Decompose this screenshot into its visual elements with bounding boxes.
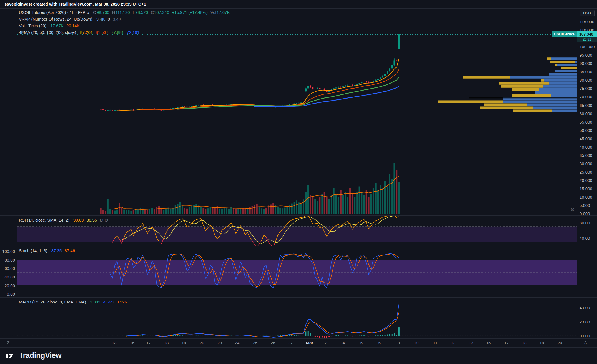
- time-label: 8: [398, 340, 400, 345]
- vrvp-delta-value: 0: [108, 17, 110, 21]
- stoch-scale-label: 0.00: [7, 292, 15, 296]
- volume-legend-row[interactable]: Vol · Ticks (20) 17.67K 20.14K: [19, 22, 231, 29]
- price-label: 40.000: [580, 144, 592, 149]
- volume-value: 17.67K: [50, 23, 64, 28]
- time-label: 18: [522, 340, 527, 345]
- time-label: 16: [130, 340, 135, 345]
- stoch-legend: Stoch (14, 1, 3) 87.35 87.46: [19, 247, 77, 254]
- axis-letter-right: A: [584, 340, 587, 345]
- time-label: 24: [235, 340, 240, 345]
- low-value: 98.520: [135, 10, 148, 15]
- tradingview-logo[interactable]: TradingView: [5, 351, 61, 360]
- symbol-legend-row[interactable]: USOIL futures (Apr 2026) · 1h · FxPro O9…: [19, 9, 231, 16]
- separator-stoch-macd[interactable]: [0, 297, 597, 298]
- time-label: 19: [540, 340, 544, 345]
- open-label: O: [93, 10, 96, 15]
- separator-rsi-stoch[interactable]: [0, 246, 597, 246]
- price-label: 15.000: [580, 186, 592, 191]
- macd-legend-row[interactable]: MACD (12, 26, close, 9, EMA, EMA) 1.303 …: [19, 299, 129, 305]
- price-label: 10.000: [580, 195, 592, 199]
- macd-title: MACD (12, 26, close, 9, EMA, EMA): [19, 300, 86, 304]
- price-scale[interactable]: 115.000110.000105.000100.00095.00090.000…: [577, 0, 597, 364]
- stoch-k-value: 87.35: [51, 248, 62, 253]
- tradingview-chart-page: savepiginvest created with TradingView.c…: [0, 0, 597, 364]
- axis-letter-left: Z: [7, 340, 10, 345]
- rsi-legend-row[interactable]: RSI (14, close, SMA, 14, 2) 90.69 80.55 …: [19, 217, 110, 224]
- macd-signal-value: 3.226: [116, 300, 127, 304]
- price-label: 100.000: [580, 44, 595, 49]
- vrvp-up-value: 3.4K: [96, 17, 105, 21]
- stoch-d-value: 87.46: [64, 248, 75, 253]
- stoch-title: Stoch (14, 1, 3): [19, 248, 47, 253]
- rsi-title: RSI (14, close, SMA, 14, 2): [19, 218, 69, 222]
- vol-value: 17.67K: [217, 10, 230, 15]
- time-label: 26: [271, 340, 275, 345]
- stoch-scale-label: 20.00: [4, 283, 15, 288]
- macd-hist-value: 1.303: [90, 300, 101, 304]
- price-label: 95.000: [580, 53, 592, 57]
- price-label: 45.000: [580, 136, 592, 141]
- price-label: 65.000: [580, 103, 592, 107]
- price-label: 50.000: [580, 128, 592, 132]
- time-label: 3: [325, 340, 327, 345]
- stoch-left-scale[interactable]: 100.0080.0060.0040.0020.000.00: [0, 0, 17, 364]
- ema-title: 4EMA (20, 50, 100, 200, close): [19, 30, 76, 35]
- time-label: 20: [558, 340, 562, 345]
- time-label: 10: [414, 340, 419, 345]
- price-label: 35.000: [580, 153, 592, 157]
- time-label: 23: [217, 340, 222, 345]
- price-label: 30.000: [580, 161, 592, 166]
- price-label: 20.000: [580, 178, 592, 182]
- time-label: 27: [288, 340, 293, 345]
- time-label: 5: [360, 340, 363, 345]
- ema-legend-row[interactable]: 4EMA (20, 50, 100, 200, close) 87.201 81…: [19, 29, 231, 36]
- price-label: 55.000: [580, 119, 592, 124]
- low-label: L: [133, 10, 135, 15]
- rsi-legend: RSI (14, close, SMA, 14, 2) 90.69 80.55 …: [19, 217, 110, 224]
- time-label: 4: [343, 340, 345, 345]
- open-value: 98.700: [97, 10, 109, 15]
- time-label: 20: [200, 340, 204, 345]
- price-label: 5.000: [580, 203, 590, 208]
- stoch-scale-label: 80.00: [4, 257, 15, 262]
- macd-scale-label: 4.000: [580, 305, 590, 310]
- price-label: 60.000: [580, 111, 592, 116]
- tradingview-logo-icon: [5, 352, 16, 360]
- macd-line-value: 4.529: [103, 300, 114, 304]
- time-label: 6: [378, 340, 381, 345]
- time-label: 15: [486, 340, 491, 345]
- price-label: 85.000: [580, 69, 592, 74]
- vrvp-legend-row[interactable]: VRVP (Number Of Rows, 24, Up/Down) 3.4K …: [19, 16, 231, 22]
- credit-text: savepiginvest created with TradingView.c…: [4, 2, 146, 6]
- separator-main-rsi[interactable]: [0, 215, 597, 216]
- top-credit-bar: savepiginvest created with TradingView.c…: [0, 0, 597, 8]
- stoch-legend-row[interactable]: Stoch (14, 1, 3) 87.35 87.46: [19, 247, 77, 254]
- price-label: 25.000: [580, 169, 592, 174]
- time-label: 18: [164, 340, 169, 345]
- macd-scale-label: 2.000: [580, 319, 590, 324]
- currency-button[interactable]: USD: [580, 10, 595, 16]
- time-label: 13: [469, 340, 473, 345]
- no-scale-icon[interactable]: Ø: [571, 207, 574, 212]
- vrvp-title: VRVP (Number Of Rows, 24, Up/Down): [19, 17, 92, 21]
- time-axis[interactable]: Z A 1316171819202324252627Mar34568101112…: [0, 339, 597, 348]
- vol-label: Vol: [210, 10, 216, 15]
- symbol-title: USOIL futures (Apr 2026) · 1h · FxPro: [19, 10, 89, 15]
- time-label: 11: [433, 340, 437, 345]
- rsi-scale-label: 40.00: [580, 236, 590, 240]
- rsi-value: 90.69: [73, 218, 84, 222]
- vrvp-down-value: 3.4K: [113, 17, 121, 21]
- time-label: 25: [253, 340, 258, 345]
- high-label: H: [112, 10, 115, 15]
- change-value: +15.971 (+17.48%): [172, 10, 207, 15]
- ema200-value: 72.191: [127, 30, 139, 35]
- high-value: 111.130: [116, 10, 130, 15]
- price-label: 75.000: [580, 86, 592, 91]
- chart-canvas[interactable]: [0, 0, 597, 348]
- time-label: 19: [182, 340, 186, 345]
- macd-scale-label: 0.000: [580, 333, 590, 338]
- price-label: 115.000: [580, 19, 594, 24]
- macd-legend: MACD (12, 26, close, 9, EMA, EMA) 1.303 …: [19, 299, 129, 305]
- close-value: 107.340: [154, 10, 169, 15]
- price-label: 90.000: [580, 61, 592, 66]
